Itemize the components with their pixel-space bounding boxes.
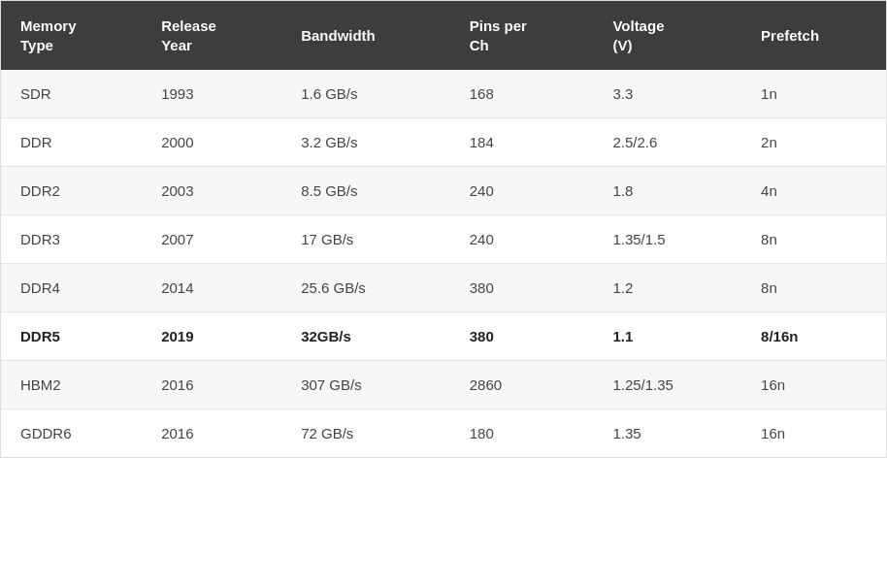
table-row: GDDR6201672 GB/s1801.3516n bbox=[1, 409, 886, 458]
table-cell-bandwidth: 32GB/s bbox=[281, 312, 450, 361]
table-cell-release-year: 2007 bbox=[142, 215, 281, 264]
table-cell-memory-type: DDR3 bbox=[1, 215, 142, 264]
table-cell-pins-per_ch: 180 bbox=[450, 409, 594, 458]
col-header-prefetch: Prefetch bbox=[741, 1, 886, 70]
table-row: SDR19931.6 GB/s1683.31n bbox=[1, 70, 886, 118]
table-cell-memory-type: DDR5 bbox=[1, 312, 142, 361]
table-cell-bandwidth: 3.2 GB/s bbox=[281, 118, 450, 167]
table-cell-pins-per_ch: 380 bbox=[450, 312, 594, 361]
table-cell-release-year: 2016 bbox=[142, 409, 281, 458]
table-cell-prefetch: 8/16n bbox=[741, 312, 886, 361]
table-cell-prefetch: 16n bbox=[741, 409, 886, 458]
table-cell-memory-type: DDR2 bbox=[1, 167, 142, 215]
col-header-voltage: Voltage(V) bbox=[593, 1, 741, 70]
table-cell-bandwidth: 307 GB/s bbox=[281, 361, 450, 409]
table-cell-voltage: 1.1 bbox=[593, 312, 741, 361]
table-cell-memory-type: DDR bbox=[1, 118, 142, 167]
table-row: DDR5201932GB/s3801.18/16n bbox=[1, 312, 886, 361]
table-cell-release-year: 2014 bbox=[142, 264, 281, 312]
table-cell-prefetch: 16n bbox=[741, 361, 886, 409]
table-cell-voltage: 2.5/2.6 bbox=[593, 118, 741, 167]
table-cell-release-year: 2000 bbox=[142, 118, 281, 167]
col-header-memory-type: MemoryType bbox=[1, 1, 142, 70]
table-cell-pins-per_ch: 168 bbox=[450, 70, 594, 118]
table-cell-voltage: 1.35 bbox=[593, 409, 741, 458]
table-cell-voltage: 1.2 bbox=[593, 264, 741, 312]
table-cell-voltage: 1.25/1.35 bbox=[593, 361, 741, 409]
table-row: HBM22016307 GB/s28601.25/1.3516n bbox=[1, 361, 886, 409]
table-row: DDR20003.2 GB/s1842.5/2.62n bbox=[1, 118, 886, 167]
table-cell-memory-type: HBM2 bbox=[1, 361, 142, 409]
table-cell-prefetch: 8n bbox=[741, 264, 886, 312]
table-cell-pins-per_ch: 240 bbox=[450, 215, 594, 264]
table-cell-release-year: 2003 bbox=[142, 167, 281, 215]
table-cell-bandwidth: 1.6 GB/s bbox=[281, 70, 450, 118]
table-row: DDR220038.5 GB/s2401.84n bbox=[1, 167, 886, 215]
col-header-bandwidth: Bandwidth bbox=[281, 1, 450, 70]
table-cell-release-year: 2019 bbox=[142, 312, 281, 361]
memory-table: MemoryType ReleaseYear Bandwidth Pins pe… bbox=[1, 1, 886, 457]
table-cell-bandwidth: 72 GB/s bbox=[281, 409, 450, 458]
table-header: MemoryType ReleaseYear Bandwidth Pins pe… bbox=[1, 1, 886, 70]
table-cell-pins-per_ch: 2860 bbox=[450, 361, 594, 409]
table-cell-prefetch: 4n bbox=[741, 167, 886, 215]
table-cell-release-year: 1993 bbox=[142, 70, 281, 118]
table-cell-pins-per_ch: 240 bbox=[450, 167, 594, 215]
table-cell-prefetch: 2n bbox=[741, 118, 886, 167]
table-cell-voltage: 1.35/1.5 bbox=[593, 215, 741, 264]
table-row: DDR4201425.6 GB/s3801.28n bbox=[1, 264, 886, 312]
col-header-pins: Pins perCh bbox=[450, 1, 594, 70]
col-header-release-year: ReleaseYear bbox=[142, 1, 281, 70]
table-cell-bandwidth: 17 GB/s bbox=[281, 215, 450, 264]
table-cell-pins-per_ch: 184 bbox=[450, 118, 594, 167]
table-cell-memory-type: SDR bbox=[1, 70, 142, 118]
table-cell-bandwidth: 25.6 GB/s bbox=[281, 264, 450, 312]
table-cell-release-year: 2016 bbox=[142, 361, 281, 409]
table-body: SDR19931.6 GB/s1683.31nDDR20003.2 GB/s18… bbox=[1, 70, 886, 457]
table-cell-bandwidth: 8.5 GB/s bbox=[281, 167, 450, 215]
table-cell-prefetch: 8n bbox=[741, 215, 886, 264]
header-row: MemoryType ReleaseYear Bandwidth Pins pe… bbox=[1, 1, 886, 70]
table-row: DDR3200717 GB/s2401.35/1.58n bbox=[1, 215, 886, 264]
table-cell-voltage: 3.3 bbox=[593, 70, 741, 118]
memory-table-wrapper: MemoryType ReleaseYear Bandwidth Pins pe… bbox=[0, 0, 887, 458]
table-cell-memory-type: DDR4 bbox=[1, 264, 142, 312]
table-cell-memory-type: GDDR6 bbox=[1, 409, 142, 458]
table-cell-voltage: 1.8 bbox=[593, 167, 741, 215]
table-cell-pins-per_ch: 380 bbox=[450, 264, 594, 312]
table-cell-prefetch: 1n bbox=[741, 70, 886, 118]
